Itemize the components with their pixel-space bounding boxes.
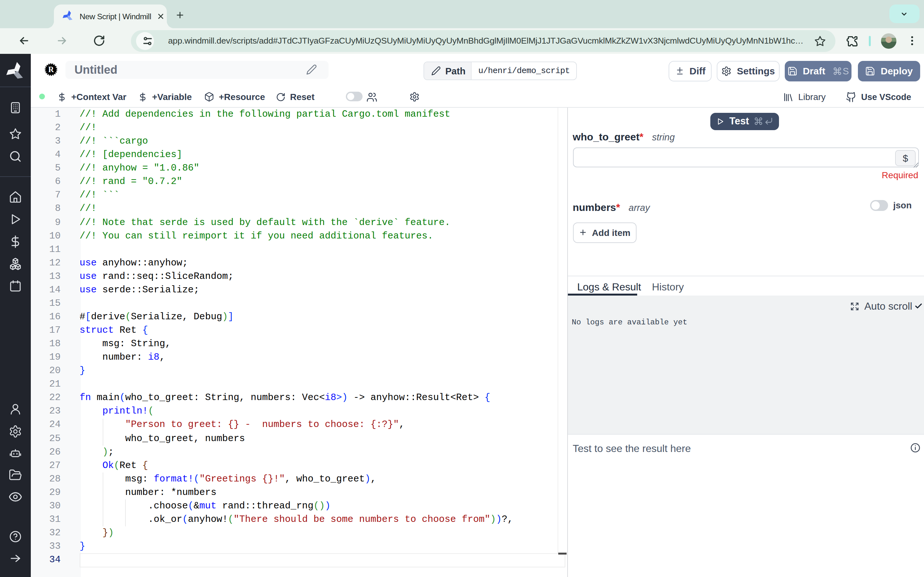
svg-text:R: R bbox=[48, 65, 54, 74]
